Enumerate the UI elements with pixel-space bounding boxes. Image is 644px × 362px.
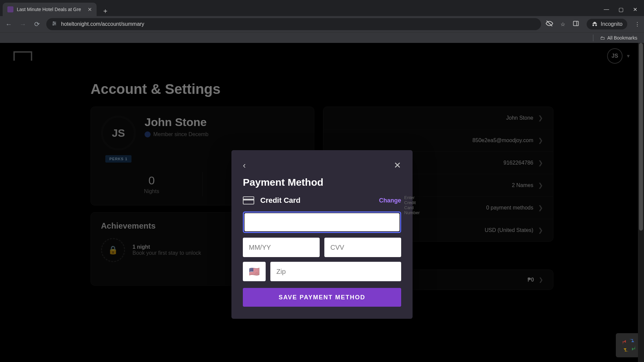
window-minimize-icon[interactable]: ―: [604, 6, 609, 13]
url-text: hoteltonight.com/account/summary: [61, 21, 144, 27]
window-controls: ― ▢ ✕: [600, 6, 641, 16]
modal-back-button[interactable]: ‹: [243, 160, 246, 171]
change-payment-type-link[interactable]: Change: [379, 197, 401, 204]
credit-card-label: Credit Card: [260, 196, 301, 205]
bookmarks-separator: [593, 35, 593, 41]
page-scrollbar[interactable]: [638, 43, 644, 362]
bookmarks-bar: 🗀 All Bookmarks: [0, 32, 644, 43]
incognito-indicator[interactable]: Incognito: [587, 19, 627, 29]
svg-rect-7: [574, 21, 579, 25]
country-flag-selector[interactable]: 🇺🇸: [243, 262, 266, 281]
modal-title: Payment Method: [243, 177, 401, 188]
window-maximize-icon[interactable]: ▢: [619, 6, 624, 13]
nav-back-icon[interactable]: ←: [4, 20, 13, 28]
incognito-label: Incognito: [601, 21, 623, 27]
payment-method-modal: ‹ ✕ Payment Method Credit Card Change En…: [231, 150, 413, 319]
card-number-label: Enter Credit Card Number: [404, 195, 420, 215]
page-viewport: JS ▼ Account & Settings JS PERKS 1 John …: [0, 43, 644, 362]
browser-tab-strip: Last Minute Hotel Deals at Gre ✕ ＋ ― ▢ ✕: [0, 0, 644, 16]
all-bookmarks-button[interactable]: All Bookmarks: [607, 35, 637, 41]
svg-point-4: [55, 23, 56, 24]
svg-point-5: [53, 24, 54, 25]
browser-tab-active[interactable]: Last Minute Hotel Deals at Gre ✕: [3, 3, 97, 16]
side-panel-icon[interactable]: [573, 20, 579, 28]
credit-card-icon: [243, 196, 254, 204]
folder-icon: 🗀: [600, 35, 605, 41]
site-settings-icon[interactable]: [52, 21, 57, 27]
cvv-input[interactable]: [324, 238, 401, 257]
expiry-input[interactable]: [243, 238, 320, 257]
new-tab-button[interactable]: ＋: [100, 5, 111, 16]
bookmark-star-icon[interactable]: ☆: [560, 21, 565, 27]
card-number-field-wrap: Enter Credit Card Number: [243, 212, 401, 233]
eye-off-icon[interactable]: [546, 20, 553, 28]
scrollbar-thumb[interactable]: [639, 43, 643, 231]
nav-forward-icon[interactable]: →: [18, 20, 28, 28]
card-number-input[interactable]: [245, 213, 399, 231]
address-bar[interactable]: hoteltonight.com/account/summary: [46, 18, 541, 30]
window-close-icon[interactable]: ✕: [633, 6, 637, 13]
modal-close-button[interactable]: ✕: [394, 160, 401, 171]
svg-point-3: [53, 22, 54, 23]
zip-input[interactable]: [270, 262, 401, 281]
chrome-menu-icon[interactable]: ⋮: [635, 21, 640, 27]
nav-reload-icon[interactable]: ⟳: [32, 20, 42, 28]
tab-title: Last Minute Hotel Deals at Gre: [17, 7, 84, 12]
browser-toolbar: ← → ⟳ hoteltonight.com/account/summary ☆…: [0, 16, 644, 32]
tab-close-icon[interactable]: ✕: [88, 6, 92, 13]
save-payment-method-button[interactable]: SAVE PAYMENT METHOD: [243, 288, 401, 307]
tab-favicon: [7, 6, 13, 12]
